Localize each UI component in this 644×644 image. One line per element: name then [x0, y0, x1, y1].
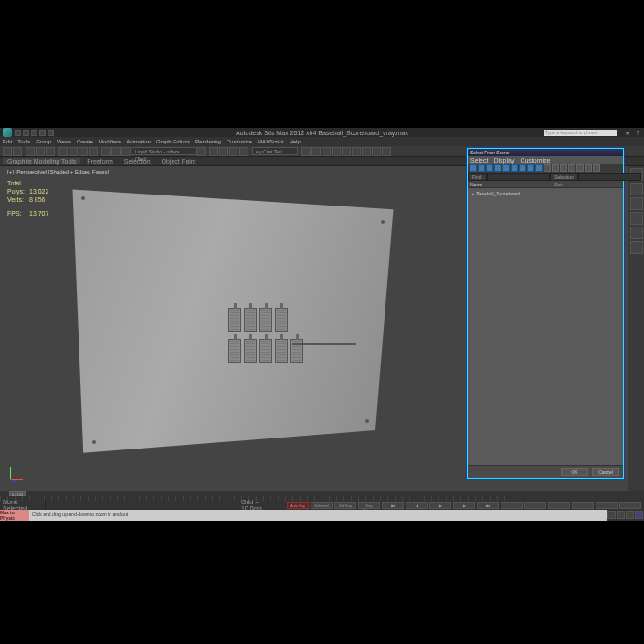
play-icon[interactable]: ▶ [429, 502, 451, 509]
app-logo-icon[interactable] [3, 128, 12, 137]
rotate-icon[interactable] [111, 147, 121, 156]
find-input[interactable] [487, 173, 550, 181]
dialog-title[interactable]: Select From Scene [468, 149, 623, 156]
display-children-icon[interactable] [585, 164, 592, 172]
schematic-icon[interactable] [342, 147, 351, 156]
ref-coord-combo[interactable]: Liquid Studio + others (Test) [132, 147, 195, 155]
help-icon[interactable]: ? [634, 130, 641, 136]
menu-create[interactable]: Create [77, 139, 93, 144]
next-frame-icon[interactable]: ▶ [453, 502, 475, 509]
render-setup-icon[interactable] [362, 147, 371, 156]
menu-modifiers[interactable]: Modifiers [99, 139, 121, 144]
curve-editor-icon[interactable] [332, 147, 341, 156]
bind-icon[interactable] [46, 147, 55, 156]
tab-freeform[interactable]: Freeform [82, 158, 117, 164]
hierarchy-panel-icon[interactable] [630, 197, 643, 210]
qat-open-icon[interactable] [23, 130, 29, 136]
filter-cameras-icon[interactable] [494, 164, 501, 172]
qat-save-icon[interactable] [31, 130, 37, 136]
selected-button[interactable]: Selected [311, 502, 333, 509]
spinner-snap-icon[interactable] [239, 147, 248, 156]
menu-group[interactable]: Group [36, 139, 51, 144]
filter-groups-icon[interactable] [519, 164, 526, 172]
menu-rendering[interactable]: Rendering [195, 139, 221, 144]
keyfilters-button[interactable]: Key Filters... [358, 502, 380, 509]
menu-help[interactable]: Help [289, 139, 300, 144]
viewport-label[interactable]: [+] [Perspective] [Shaded + Edged Faces] [7, 169, 109, 174]
filter-helpers-icon[interactable] [502, 164, 510, 172]
menu-grapheditors[interactable]: Graph Editors [156, 139, 190, 144]
align-icon[interactable] [311, 147, 321, 156]
move-icon[interactable] [101, 147, 111, 156]
qat-undo-icon[interactable] [39, 130, 46, 136]
display-all-icon[interactable] [544, 164, 551, 172]
menu-customize[interactable]: Customize [227, 139, 252, 144]
qat-redo-icon[interactable] [48, 130, 54, 136]
zoom-extents-icon[interactable] [548, 502, 570, 509]
tab-objectpaint[interactable]: Object Paint [157, 158, 201, 164]
select-name-icon[interactable] [69, 147, 78, 156]
motion-panel-icon[interactable] [630, 212, 643, 225]
time-slider[interactable]: 0 / 100 [0, 491, 644, 501]
infocenter-icon[interactable]: ★ [624, 130, 631, 136]
menu-tools[interactable]: Tools [17, 139, 30, 144]
autokey-button[interactable]: Auto Key [287, 502, 309, 509]
list-item[interactable]: Baseball_Scoreboard [470, 190, 621, 197]
menu-animation[interactable]: Animation [126, 139, 151, 144]
unlink-icon[interactable] [36, 147, 45, 156]
menu-maxscript[interactable]: MAXScript [258, 139, 283, 144]
qat-new-icon[interactable] [15, 130, 21, 136]
maximize-viewport-icon[interactable] [619, 502, 641, 509]
layers-icon[interactable] [322, 147, 331, 156]
named-sel-combo[interactable]: ety Cast Test [252, 147, 298, 155]
filter-bones-icon[interactable] [535, 164, 543, 172]
orbit-icon[interactable] [596, 502, 618, 509]
filter-spacewarps-icon[interactable] [511, 164, 518, 172]
dlg-menu-display[interactable]: Display [493, 157, 514, 164]
utilities-panel-icon[interactable] [630, 241, 643, 254]
link-icon[interactable] [26, 147, 35, 156]
filter-xrefs-icon[interactable] [527, 164, 534, 172]
tab-selection[interactable]: Selection [120, 158, 155, 164]
expand-icon[interactable] [568, 164, 575, 172]
time-tag-button[interactable] [626, 511, 634, 519]
menu-edit[interactable]: Edit [3, 139, 12, 144]
window-crossing-icon[interactable] [89, 147, 98, 156]
snap-icon[interactable] [209, 147, 218, 156]
select-icon[interactable] [58, 147, 68, 156]
dlg-menu-select[interactable]: Select [470, 157, 488, 164]
display-none-icon[interactable] [552, 164, 559, 172]
percent-snap-icon[interactable] [229, 147, 238, 156]
goto-start-icon[interactable]: ⏮ [382, 502, 404, 509]
select-rect-icon[interactable] [79, 147, 88, 156]
material-editor-icon[interactable] [352, 147, 361, 156]
display-invert-icon[interactable] [560, 164, 567, 172]
dlg-menu-customize[interactable]: Customize [520, 157, 550, 164]
filter-geometry-icon[interactable] [470, 164, 477, 172]
mirror-icon[interactable] [301, 147, 311, 156]
pivot-icon[interactable] [196, 147, 206, 156]
setkey-button[interactable]: Set Key [334, 502, 356, 509]
filter-shapes-icon[interactable] [478, 164, 485, 172]
zoom-icon[interactable] [524, 502, 546, 509]
object-list[interactable]: Baseball_Scoreboard [468, 188, 623, 453]
help-search-input[interactable]: Type a keyword or phrase [544, 130, 617, 136]
angle-snap-icon[interactable] [219, 147, 228, 156]
list-header-name[interactable]: Name [468, 181, 623, 188]
modify-panel-icon[interactable] [630, 183, 643, 195]
tab-graphite[interactable]: Graphite Modeling Tools [3, 158, 80, 164]
lock-selection-icon[interactable] [607, 511, 616, 519]
display-influences-icon[interactable] [593, 164, 600, 172]
fov-icon[interactable] [572, 502, 594, 509]
redo-icon[interactable] [13, 147, 22, 156]
isolate-icon[interactable] [617, 511, 625, 519]
goto-end-icon[interactable]: ⏭ [477, 502, 499, 509]
menu-views[interactable]: Views [57, 139, 71, 144]
pan-icon[interactable] [501, 502, 523, 509]
filter-lights-icon[interactable] [486, 164, 493, 172]
selset-combo[interactable] [578, 173, 641, 181]
scale-icon[interactable] [121, 147, 131, 156]
prev-frame-icon[interactable]: ◀ [406, 502, 428, 509]
ok-button[interactable]: OK [561, 468, 588, 476]
cancel-button[interactable]: Cancel [592, 468, 619, 476]
